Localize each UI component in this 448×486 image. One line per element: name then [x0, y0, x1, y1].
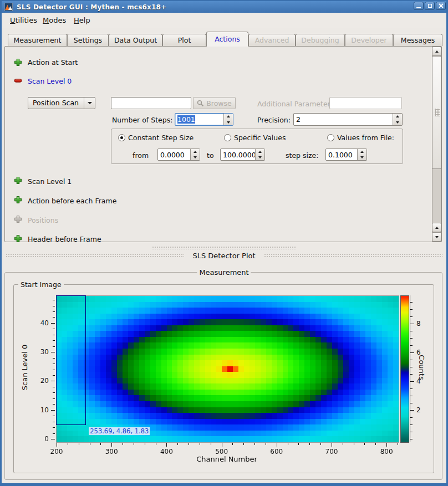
- additional-parameter-input: [329, 97, 402, 109]
- scan-mode-arrow: [84, 98, 95, 109]
- to-spin-buttons[interactable]: [255, 149, 264, 160]
- from-spin-buttons[interactable]: [190, 149, 200, 160]
- expand-plus-icon[interactable]: [14, 196, 22, 204]
- scrollbar-up-button[interactable]: [432, 47, 441, 56]
- splitter-handle[interactable]: [152, 246, 296, 249]
- tab-measurement[interactable]: Measurement: [8, 34, 67, 46]
- colorbar-backbone: [410, 295, 410, 442]
- precision-spin-buttons[interactable]: [393, 114, 402, 125]
- x-tick-label: 800: [378, 448, 395, 456]
- arrow-up-icon: [435, 227, 439, 229]
- step-size-value: 0.1000: [328, 149, 353, 161]
- z-minor-tick: [410, 424, 413, 425]
- menu-modes-accel: M: [43, 16, 49, 24]
- step-size-stepper[interactable]: 0.1000: [325, 149, 367, 161]
- menu-modes[interactable]: Modes: [40, 13, 68, 28]
- maximize-icon: [428, 4, 432, 8]
- spin-up-icon[interactable]: [358, 149, 366, 155]
- tab-actions[interactable]: Actions: [206, 32, 248, 47]
- z-major-tick: [410, 410, 414, 411]
- constant-step-size-label[interactable]: Constant Step Size: [128, 134, 194, 142]
- y-minor-tick: [53, 317, 55, 318]
- x-minor-tick: [156, 443, 156, 445]
- x-minor-tick: [189, 443, 189, 445]
- spin-down-icon[interactable]: [191, 155, 200, 160]
- x-major-tick: [57, 443, 57, 447]
- menu-utilities-rest: tilities: [16, 16, 37, 24]
- y-major-tick: [51, 381, 55, 381]
- spin-up-icon[interactable]: [256, 149, 264, 155]
- minimize-button[interactable]: [414, 2, 424, 10]
- spin-down-icon[interactable]: [393, 120, 402, 126]
- tab-debugging-label: Debugging: [301, 36, 339, 44]
- step-size-label: step size:: [286, 151, 318, 160]
- action-at-start-label[interactable]: Action at Start: [28, 58, 78, 66]
- expand-plus-icon[interactable]: [14, 176, 22, 185]
- from-value: 0.0000: [160, 149, 185, 161]
- header-before-frame-label[interactable]: Header before Frame: [28, 235, 101, 242]
- y-major-tick: [51, 439, 55, 439]
- specific-values-label[interactable]: Specific Values: [234, 134, 286, 142]
- tab-plot[interactable]: Plot: [162, 34, 206, 46]
- spin-down-icon[interactable]: [358, 155, 366, 160]
- values-from-file-label[interactable]: Values from File:: [337, 134, 394, 142]
- y-axis-title: Scan Level 0: [21, 345, 29, 390]
- menu-help[interactable]: Help: [72, 13, 93, 28]
- from-stepper[interactable]: 0.0000: [157, 149, 200, 161]
- z-minor-tick: [410, 367, 413, 367]
- app-window: SLS Detector GUI : Mythen - mcs6x18+ Uti…: [0, 0, 448, 486]
- radio-constant-step-size[interactable]: [118, 134, 125, 141]
- collapse-minus-icon[interactable]: [14, 76, 22, 85]
- x-minor-tick: [90, 443, 90, 445]
- window-titlebar[interactable]: SLS Detector GUI : Mythen - mcs6x18+: [2, 1, 446, 13]
- number-of-steps-spin-buttons[interactable]: [223, 114, 233, 125]
- heatmap-canvas[interactable]: [56, 295, 399, 443]
- scrollbar-down-button[interactable]: [432, 232, 441, 242]
- spin-up-icon[interactable]: [224, 114, 233, 120]
- x-tick-label: 400: [158, 448, 175, 456]
- menu-utilities[interactable]: Utilities: [8, 13, 39, 28]
- x-major-tick: [277, 443, 277, 447]
- scrollbar-thumb[interactable]: [432, 56, 441, 169]
- radio-specific-values[interactable]: [224, 134, 231, 141]
- action-before-frame-label[interactable]: Action before each Frame: [28, 197, 116, 205]
- to-stepper[interactable]: 100.0000: [220, 149, 265, 161]
- scan-mode-value: Position Scan: [33, 98, 79, 109]
- spin-down-icon[interactable]: [256, 155, 264, 160]
- maximize-button[interactable]: [425, 2, 435, 10]
- y-minor-tick: [53, 370, 55, 370]
- scan-mode-select[interactable]: Position Scan: [28, 97, 95, 109]
- expand-plus-icon[interactable]: [14, 234, 22, 243]
- y-tick-label: 0: [31, 435, 49, 443]
- y-minor-tick: [53, 300, 55, 300]
- spin-down-icon[interactable]: [224, 120, 233, 126]
- close-button[interactable]: [436, 2, 446, 10]
- tab-messages[interactable]: Messages: [393, 34, 442, 46]
- scan-level-0-label[interactable]: Scan Level 0: [28, 77, 72, 85]
- step-size-spin-buttons[interactable]: [357, 149, 366, 160]
- measurement-group-title: Measurement: [197, 268, 251, 277]
- plot-dock-title[interactable]: SLS Detector Plot: [0, 252, 448, 260]
- x-minor-tick: [288, 443, 288, 445]
- menu-help-rest: elp: [79, 16, 90, 24]
- x-major-tick: [111, 443, 112, 447]
- x-major-tick: [386, 443, 387, 447]
- scrollbar-up-button-bottom[interactable]: [432, 223, 441, 232]
- tab-data-output[interactable]: Data Output: [109, 34, 162, 46]
- scan-level-1-label[interactable]: Scan Level 1: [28, 177, 72, 186]
- x-tick-label: 700: [323, 448, 340, 456]
- spin-up-icon[interactable]: [393, 114, 402, 120]
- number-of-steps-value: 1001: [177, 114, 195, 125]
- tab-settings[interactable]: Settings: [67, 34, 109, 46]
- precision-stepper[interactable]: 2: [293, 113, 403, 126]
- tab-advanced-label: Advanced: [255, 36, 289, 44]
- y-minor-tick: [53, 306, 55, 306]
- spin-up-icon[interactable]: [191, 149, 200, 155]
- x-minor-tick: [320, 443, 321, 445]
- x-minor-tick: [354, 443, 354, 445]
- arrow-down-icon: [435, 236, 439, 238]
- radio-values-from-file[interactable]: [327, 134, 334, 141]
- number-of-steps-stepper[interactable]: 1001: [175, 113, 233, 126]
- expand-plus-icon[interactable]: [14, 58, 22, 66]
- scan-script-input[interactable]: [111, 97, 191, 109]
